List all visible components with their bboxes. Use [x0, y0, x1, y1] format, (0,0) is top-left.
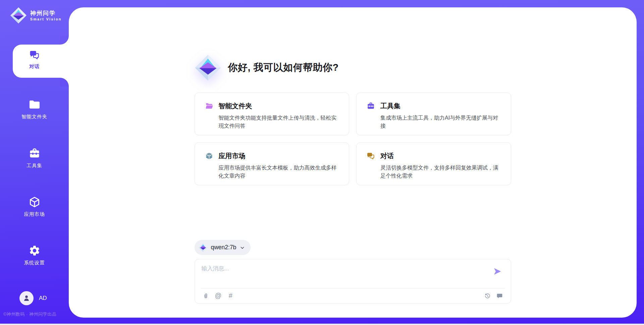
composer-divider [201, 288, 505, 288]
card-app-market[interactable]: 应用市场 应用市场提供丰富长文本模板，助力高效生成多样化文章内容 [195, 142, 350, 185]
app-name: 神州问学 [30, 10, 62, 17]
feature-cards: 智能文件夹 智能文件夹功能支持批量文件上传与清洗，轻松实现文件问答 工具集 集成… [195, 92, 511, 185]
chat-icon [367, 152, 375, 160]
card-title: 应用市场 [219, 151, 246, 160]
gear-icon [29, 245, 41, 257]
sidebar: 神州问学 Smart Vision 对话 智能文件夹 工具集 应用市场 系统设置… [0, 0, 69, 325]
card-chat[interactable]: 对话 灵活切换多模型文件，支持多样回复效果调试，满足个性化需求 [356, 142, 511, 185]
app-subtitle: Smart Vision [30, 17, 62, 21]
tab-fillet-bottom [60, 78, 69, 86]
diamond-logo-icon [199, 243, 208, 252]
person-icon [22, 294, 31, 302]
sidebar-item-chat[interactable]: 对话 [0, 50, 69, 70]
sidebar-item-label: 工具集 [26, 162, 42, 169]
paperclip-icon [202, 292, 209, 300]
sidebar-item-label: 智能文件夹 [21, 114, 48, 120]
greeting-logo-diamond-icon [195, 54, 221, 81]
history-icon [484, 292, 491, 300]
cube-icon [29, 196, 41, 208]
bottom-edge-strip [0, 324, 644, 325]
send-button[interactable] [493, 267, 502, 276]
user-account[interactable]: AD [19, 291, 47, 305]
message-input[interactable] [202, 265, 484, 284]
send-icon [493, 267, 502, 276]
avatar [19, 291, 34, 305]
sidebar-item-label: 对话 [29, 63, 40, 70]
app-logo-diamond-icon [10, 7, 27, 24]
model-name: qwen2:7b [211, 244, 236, 251]
composer-toolbar: @ # [202, 292, 503, 300]
at-icon: @ [215, 292, 222, 299]
sidebar-item-app-market[interactable]: 应用市场 [0, 196, 69, 217]
hash-icon: # [229, 292, 232, 299]
card-toolset[interactable]: 工具集 集成市场上主流工具，助力AI与外界无缝扩展与对接 [356, 92, 511, 135]
folder-icon [29, 99, 41, 111]
card-smart-folder[interactable]: 智能文件夹 智能文件夹功能支持批量文件上传与清洗，轻松实现文件问答 [195, 92, 350, 135]
model-selector[interactable]: qwen2:7b [195, 240, 251, 255]
sidebar-item-settings[interactable]: 系统设置 [0, 245, 69, 266]
greeting-text: 你好, 我可以如何帮助你? [228, 61, 339, 74]
chevron-down-icon [239, 245, 245, 251]
card-title: 智能文件夹 [219, 102, 252, 111]
toolbox-icon [367, 102, 375, 110]
sidebar-item-smart-folder[interactable]: 智能文件夹 [0, 99, 69, 120]
copyright-text: ©神州数码 · 神州问学出品 [3, 311, 56, 317]
tab-fillet-top [60, 36, 69, 45]
card-description: 应用市场提供丰富长文本模板，助力高效生成多样化文章内容 [219, 164, 340, 180]
sidebar-item-label: 应用市场 [24, 211, 45, 217]
sidebar-item-toolset[interactable]: 工具集 [0, 147, 69, 169]
topic-button[interactable]: # [227, 292, 234, 300]
conversations-button[interactable] [496, 292, 503, 300]
chat-icon [29, 50, 40, 60]
cube-icon [205, 152, 213, 160]
card-description: 灵活切换多模型文件，支持多样回复效果调试，满足个性化需求 [380, 164, 501, 180]
main-content: 你好, 我可以如何帮助你? 智能文件夹 智能文件夹功能支持批量文件上传与清洗，轻… [69, 7, 637, 318]
folder-open-icon [205, 102, 213, 110]
card-title: 工具集 [380, 102, 400, 111]
user-initials: AD [39, 295, 47, 302]
app-brand: 神州问学 Smart Vision [10, 7, 62, 24]
mention-button[interactable]: @ [215, 292, 222, 300]
card-description: 集成市场上主流工具，助力AI与外界无缝扩展与对接 [380, 114, 501, 130]
message-composer: @ # [195, 259, 511, 304]
card-title: 对话 [380, 151, 394, 160]
history-button[interactable] [484, 292, 491, 300]
sidebar-item-label: 系统设置 [24, 260, 45, 266]
card-description: 智能文件夹功能支持批量文件上传与清洗，轻松实现文件问答 [219, 114, 340, 130]
message-icon [496, 292, 503, 300]
attach-file-button[interactable] [202, 292, 210, 300]
greeting-block: 你好, 我可以如何帮助你? [195, 54, 511, 81]
toolbox-icon [29, 147, 41, 159]
